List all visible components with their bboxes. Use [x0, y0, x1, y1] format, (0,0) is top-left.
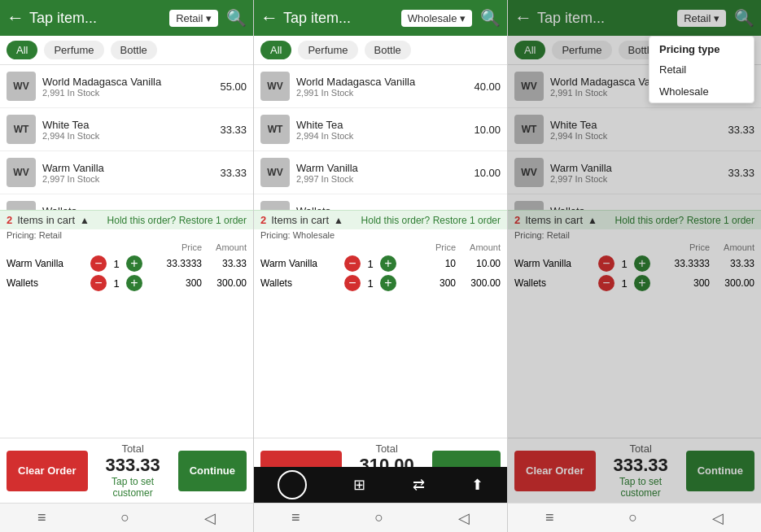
taskbar-circle	[278, 470, 307, 499]
back-button[interactable]: ←	[260, 7, 278, 28]
filter-chip-bottle[interactable]: Bottle	[365, 41, 411, 59]
header: ←Tap item...Wholesale ▾🔍	[254, 0, 507, 36]
nav-icon-0[interactable]: ≡	[545, 509, 554, 526]
taskbar-icon-2[interactable]: ⬆	[471, 476, 483, 494]
taskbar-icon-0[interactable]: ⊞	[353, 476, 365, 494]
list-item[interactable]: WVWarm Vanilla2,997 In Stock10.00	[254, 151, 507, 194]
filter-chip-perfume[interactable]: Perfume	[44, 41, 103, 59]
cart-item-price: 300	[399, 277, 456, 289]
product-name: Warm Vanilla	[42, 162, 220, 174]
qty-increase-button[interactable]: +	[126, 255, 142, 272]
panel-2: ←Tap item...Wholesale ▾🔍AllPerfumeBottle…	[254, 0, 508, 532]
filter-chip-perfume[interactable]: Perfume	[298, 41, 357, 59]
nav-icon-2[interactable]: ◁	[712, 509, 724, 527]
filter-chip-perfume[interactable]: Perfume	[552, 41, 611, 59]
nav-icon-0[interactable]: ≡	[291, 509, 300, 526]
cart-row: Warm Vanilla−1+1010.00	[260, 254, 501, 273]
nav-icon-1[interactable]: ○	[120, 509, 129, 526]
cart-expand-icon[interactable]: ▲	[80, 215, 90, 226]
pricing-type-button[interactable]: Retail ▾	[677, 10, 726, 27]
list-item[interactable]: WTWhite Tea2,994 In Stock10.00	[254, 108, 507, 151]
list-item[interactable]: WTWhite Tea2,994 In Stock33.33	[0, 108, 253, 151]
avatar: WV	[514, 158, 544, 187]
product-name: White Tea	[296, 119, 474, 131]
nav-icon-2[interactable]: ◁	[458, 509, 470, 527]
bottom-bar: Clear OrderTotal333.33Tap to set custome…	[0, 438, 253, 503]
cart-item-amount: 33.33	[710, 258, 754, 269]
filter-bar: AllPerfumeBottle	[0, 36, 253, 65]
filter-chip-all[interactable]: All	[514, 41, 545, 59]
hold-order-link[interactable]: Hold this order?	[615, 215, 684, 226]
clear-order-button[interactable]: Clear Order	[514, 451, 596, 491]
filter-chip-bottle[interactable]: Bottle	[111, 41, 157, 59]
qty-value: 1	[110, 277, 123, 290]
qty-increase-button[interactable]: +	[634, 255, 650, 272]
cart-bar[interactable]: 2 Items in cart ▲Hold this order? Restor…	[508, 210, 761, 229]
dropdown-item-wholesale[interactable]: Wholesale	[649, 81, 754, 102]
cart-table: PriceAmountWarm Vanilla−1+33.333333.33Wa…	[0, 241, 253, 293]
cart-item-name: Warm Vanilla	[514, 258, 596, 269]
cart-row: Warm Vanilla−1+33.333333.33	[514, 254, 754, 273]
qty-decrease-button[interactable]: −	[598, 255, 614, 272]
list-item[interactable]: WWallets2,994 In Stock300.00	[508, 194, 761, 210]
cart-bar[interactable]: 2 Items in cart ▲Hold this order? Restor…	[0, 210, 253, 229]
product-price: 10.00	[474, 124, 501, 136]
set-customer-link[interactable]: Tap to set customer	[602, 476, 680, 499]
qty-decrease-button[interactable]: −	[344, 255, 361, 272]
list-item[interactable]: WTWhite Tea2,994 In Stock33.33	[508, 108, 761, 151]
continue-button[interactable]: Continue	[686, 451, 754, 491]
filter-chip-all[interactable]: All	[260, 41, 291, 59]
search-icon[interactable]: 🔍	[734, 8, 754, 28]
search-icon[interactable]: 🔍	[480, 8, 501, 28]
cart-expand-icon[interactable]: ▲	[334, 215, 343, 226]
nav-icon-1[interactable]: ○	[628, 509, 637, 526]
cart-count: 2	[514, 214, 520, 226]
restore-order-link[interactable]: Restore 1 order	[687, 215, 754, 226]
search-icon[interactable]: 🔍	[226, 8, 247, 28]
restore-order-link[interactable]: Restore 1 order	[433, 215, 501, 226]
qty-increase-button[interactable]: +	[126, 275, 142, 291]
qty-decrease-button[interactable]: −	[90, 255, 107, 272]
cart-count: 2	[7, 214, 12, 226]
list-item[interactable]: WWallets2,994 In Stock300.00	[0, 194, 253, 210]
back-button[interactable]: ←	[7, 7, 24, 28]
list-item[interactable]: WVWarm Vanilla2,997 In Stock33.33	[0, 151, 253, 194]
cart-table-header: PriceAmount	[260, 241, 501, 254]
qty-decrease-button[interactable]: −	[90, 275, 107, 291]
qty-increase-button[interactable]: +	[634, 275, 650, 291]
cart-bar[interactable]: 2 Items in cart ▲Hold this order? Restor…	[254, 210, 507, 229]
hold-order-link[interactable]: Hold this order?	[361, 215, 431, 226]
cart-label: Items in cart	[525, 214, 583, 226]
nav-icon-2[interactable]: ◁	[204, 509, 216, 527]
filter-chip-all[interactable]: All	[7, 41, 37, 59]
continue-button[interactable]: Continue	[178, 451, 247, 491]
page-title: Tap item...	[29, 10, 164, 27]
dropdown-item-retail[interactable]: Retail	[649, 59, 754, 81]
nav-icon-0[interactable]: ≡	[37, 509, 46, 526]
restore-order-link[interactable]: Restore 1 order	[179, 215, 247, 226]
pricing-type-button[interactable]: Wholesale ▾	[401, 10, 472, 27]
back-button[interactable]: ←	[514, 7, 532, 28]
clear-order-button[interactable]: Clear Order	[7, 451, 88, 491]
product-price: 10.00	[474, 167, 501, 179]
set-customer-link[interactable]: Tap to set customer	[94, 476, 172, 499]
cart-item-amount: 300.00	[710, 277, 754, 289]
list-item[interactable]: WVWarm Vanilla2,997 In Stock33.33	[508, 151, 761, 194]
list-item[interactable]: WVWorld Madagasca Vanilla2,991 In Stock4…	[254, 65, 507, 108]
qty-increase-button[interactable]: +	[380, 255, 396, 272]
qty-decrease-button[interactable]: −	[598, 275, 614, 291]
taskbar-icon-1[interactable]: ⇄	[413, 476, 425, 494]
pricing-type-button[interactable]: Retail ▾	[169, 10, 218, 27]
product-list: WVWorld Madagasca Vanilla2,991 In Stock5…	[0, 65, 253, 210]
list-item[interactable]: WWallets2,994 In Stock300.00	[254, 194, 507, 210]
list-item[interactable]: WVWorld Madagasca Vanilla2,991 In Stock5…	[0, 65, 253, 108]
nav-icon-1[interactable]: ○	[374, 509, 383, 526]
hold-order-link[interactable]: Hold this order?	[107, 215, 177, 226]
cart-expand-icon[interactable]: ▲	[588, 215, 597, 226]
cart-actions: Hold this order? Restore 1 order	[348, 215, 501, 226]
qty-decrease-button[interactable]: −	[344, 275, 361, 291]
cart-pricing-label: Pricing: Retail	[0, 229, 253, 241]
product-stock: 2,997 In Stock	[550, 174, 728, 184]
product-price: 33.33	[220, 124, 247, 136]
qty-increase-button[interactable]: +	[380, 275, 396, 291]
